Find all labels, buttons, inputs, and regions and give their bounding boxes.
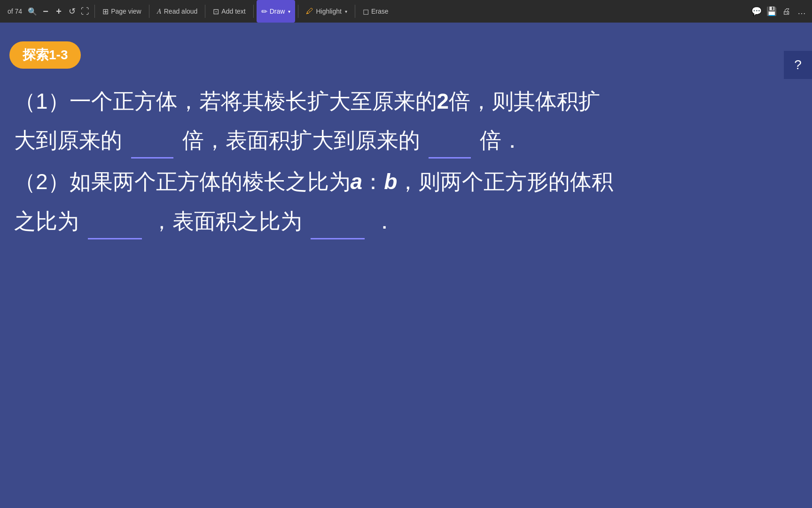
- q2-var-b: b: [384, 169, 397, 194]
- page-view-label: Page view: [111, 8, 141, 15]
- erase-icon: ◻: [363, 7, 369, 16]
- separator-3: [205, 5, 205, 18]
- q2-text-e: ．: [374, 209, 395, 233]
- search-button[interactable]: 🔍: [26, 5, 39, 18]
- print-button[interactable]: 🖨: [780, 5, 793, 18]
- add-text-button[interactable]: ⊡ Add text: [208, 0, 250, 23]
- content-area: 探索1-3 （1）一个正方体，若将其棱长扩大至原来的2倍，则其体积扩 大到原来的…: [0, 23, 812, 508]
- page-info: of 74: [4, 8, 26, 15]
- separator-6: [355, 5, 355, 18]
- q2-text-a: （2）如果两个正方体的棱长之比为: [14, 169, 351, 194]
- highlight-button[interactable]: 🖊 Highlight ▾: [301, 0, 351, 23]
- math-content: （1）一个正方体，若将其棱长扩大至原来的2倍，则其体积扩 大到原来的 倍，表面积…: [9, 83, 798, 239]
- question-1: （1）一个正方体，若将其棱长扩大至原来的2倍，则其体积扩: [14, 83, 793, 119]
- add-text-icon: ⊡: [213, 7, 219, 16]
- page-view-icon: ⊞: [102, 7, 109, 16]
- print-icon: 🖨: [782, 7, 791, 16]
- save-button[interactable]: 💾: [765, 5, 778, 18]
- zoom-in-icon: +: [56, 6, 62, 17]
- draw-icon: ✏: [261, 7, 267, 16]
- separator-1: [94, 5, 95, 18]
- q2-text-b: ，则两个正方形的体积: [397, 169, 613, 194]
- q2-text-c: 之比为: [14, 209, 79, 233]
- page-number-text: of 74: [8, 8, 22, 15]
- more-button[interactable]: …: [795, 5, 808, 18]
- highlight-icon: 🖊: [306, 7, 313, 16]
- question-2-line2: 之比为 ，表面积之比为 ．: [14, 200, 793, 239]
- more-icon: …: [797, 7, 806, 16]
- add-text-label: Add text: [221, 8, 245, 15]
- comment-icon: 💬: [751, 6, 762, 16]
- draw-button[interactable]: ✏ Draw ▾: [257, 0, 296, 23]
- section-badge: 探索1-3: [9, 41, 81, 69]
- separator-5: [298, 5, 298, 18]
- fullscreen-icon: ⛶: [81, 7, 89, 16]
- toolbar: of 74 🔍 − + ↺ ⛶ ⊞ Page view 𝐴 Read aloud…: [0, 0, 812, 23]
- draw-label: Draw: [270, 8, 285, 15]
- highlight-chevron-icon: ▾: [345, 9, 347, 14]
- rotate-icon: ↺: [69, 6, 76, 16]
- q1-bold-2: 2: [437, 89, 449, 113]
- zoom-out-icon: −: [43, 6, 48, 17]
- page-nav-group: of 74 🔍 − + ↺ ⛶: [4, 0, 92, 23]
- save-icon: 💾: [766, 6, 777, 16]
- q2-text-d: ，表面积之比为: [151, 209, 302, 233]
- corner-icon: ?: [794, 57, 802, 72]
- q1-text-c: 大到原来的: [14, 128, 122, 152]
- blank-1: [131, 119, 173, 159]
- blank-2: [429, 119, 471, 159]
- q1-text-a: （1）一个正方体，若将其棱长扩大至原来的: [14, 89, 437, 113]
- separator-4: [253, 5, 254, 18]
- read-aloud-icon: 𝐴: [157, 7, 162, 16]
- corner-panel: ?: [784, 51, 812, 79]
- page-view-button[interactable]: ⊞ Page view: [98, 0, 146, 23]
- q2-colon: ：: [362, 169, 384, 194]
- question-2: （2）如果两个正方体的棱长之比为a：b，则两个正方形的体积: [14, 163, 793, 200]
- erase-label: Erase: [371, 8, 389, 15]
- q1-text-e: 倍．: [480, 128, 523, 152]
- q1-text-d: 倍，表面积扩大到原来的: [182, 128, 420, 152]
- blank-3: [88, 200, 142, 239]
- highlight-label: Highlight: [316, 8, 341, 15]
- erase-button[interactable]: ◻ Erase: [358, 0, 393, 23]
- rotate-button[interactable]: ↺: [65, 5, 78, 18]
- search-icon: 🔍: [28, 7, 37, 16]
- zoom-in-button[interactable]: +: [52, 5, 65, 18]
- q1-text-b: 倍，则其体积扩: [449, 89, 600, 113]
- read-aloud-label: Read aloud: [164, 8, 198, 15]
- q2-var-a: a: [351, 169, 363, 194]
- question-1-line2: 大到原来的 倍，表面积扩大到原来的 倍．: [14, 119, 793, 159]
- read-aloud-button[interactable]: 𝐴 Read aloud: [152, 0, 203, 23]
- zoom-out-button[interactable]: −: [39, 5, 52, 18]
- draw-chevron-icon: ▾: [288, 9, 290, 14]
- separator-2: [149, 5, 149, 18]
- fullscreen-button[interactable]: ⛶: [78, 5, 92, 18]
- blank-4: [311, 200, 365, 239]
- comment-button[interactable]: 💬: [750, 5, 763, 18]
